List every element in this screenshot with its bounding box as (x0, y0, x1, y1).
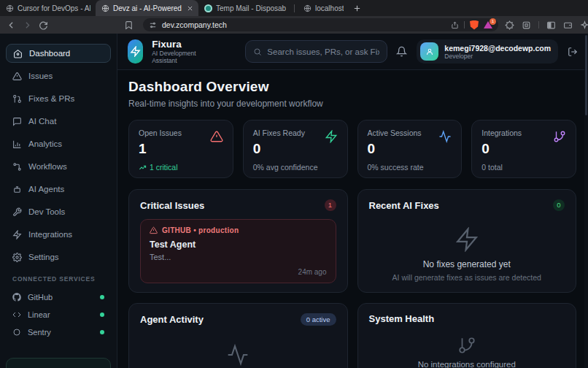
stat-card-integrations[interactable]: Integrations 0 0 total (471, 120, 576, 178)
sidebar-item-settings[interactable]: Settings (6, 248, 111, 267)
forward-icon[interactable] (23, 20, 32, 30)
back-icon[interactable] (7, 20, 16, 30)
split-view-icon[interactable] (546, 20, 556, 30)
sidebar-item-analytics[interactable]: Analytics (6, 134, 111, 153)
address-bar[interactable]: dev.zcompany.tech 1 (143, 18, 498, 31)
tab-title: Temp Mail - Disposable Temporary (216, 4, 286, 12)
status-dot (100, 313, 104, 317)
zap-icon (325, 130, 338, 143)
connected-services-label: CONNECTED SERVICES (12, 275, 111, 283)
service-label: Linear (28, 310, 50, 319)
tempmail-favicon-icon (204, 4, 212, 12)
sidebar-item-ai-agents[interactable]: AI Agents (6, 180, 111, 199)
global-search[interactable] (245, 40, 387, 63)
sidebar-item-workflows[interactable]: Workflows (6, 157, 111, 176)
critical-issues-panel: Critical Issues 1 GITHUB • production Te… (128, 189, 348, 293)
sidebar-item-issues[interactable]: Issues (6, 66, 111, 85)
brave-shield-icon[interactable] (470, 20, 479, 30)
extension-box-icon[interactable] (522, 20, 531, 30)
bookmark-sidebar-icon[interactable] (124, 20, 134, 30)
browser-tab[interactable]: Temp Mail - Disposable Temporary (198, 0, 291, 16)
url-text[interactable]: dev.zcompany.tech (162, 20, 446, 29)
sidebar-item-label: Dev Tools (28, 207, 65, 216)
share-icon[interactable] (451, 21, 459, 29)
tab-divider (294, 4, 295, 12)
service-sentry[interactable]: Sentry (6, 323, 111, 341)
sidebar-item-label: Workflows (28, 162, 67, 171)
user-menu[interactable]: kemegi7928@decodewp.com Developer (417, 39, 558, 64)
panel-title: System Health (369, 313, 435, 324)
stat-card-ai-fixes[interactable]: AI Fixes Ready 0 0% avg confidence (243, 120, 348, 178)
reload-icon[interactable] (39, 20, 48, 30)
scrollbar[interactable] (584, 34, 588, 368)
service-github[interactable]: GitHub (6, 288, 111, 306)
git-pull-request-icon (12, 94, 22, 104)
workflow-icon (12, 162, 22, 172)
sidebar-item-label: Issues (28, 72, 53, 80)
code-icon (12, 310, 21, 319)
app-header: Fixura AI Development Assistant (117, 34, 588, 70)
browser-tab-active[interactable]: Devz ai - AI-Powered Develop (96, 0, 198, 16)
stat-card-active-sessions[interactable]: Active Sessions 0 0% success rate (357, 120, 463, 178)
extension-badge-icon[interactable] (505, 20, 514, 30)
wrench-icon (12, 207, 22, 217)
trending-up-icon (139, 164, 147, 172)
notifications-bell-icon[interactable] (396, 46, 407, 57)
header-actions: kemegi7928@decodewp.com Developer (396, 39, 578, 64)
zap-icon (12, 230, 22, 239)
globe-favicon-icon (303, 4, 312, 12)
browser-tab[interactable]: Cursor for DevOps - AI-Powered D (0, 0, 96, 16)
globe-favicon-icon (5, 4, 14, 12)
stat-value: 0 (368, 141, 452, 157)
github-icon (12, 293, 21, 302)
status-dot (100, 330, 104, 334)
issue-description: Test... (150, 253, 327, 261)
browser-window: Cursor for DevOps - AI-Powered D Devz ai… (0, 0, 588, 368)
toolbar-extensions-cluster (505, 20, 588, 30)
site-settings-icon[interactable] (149, 21, 157, 29)
empty-state: No integrations configured (369, 336, 565, 368)
leo-ai-icon[interactable] (580, 20, 588, 30)
search-icon (253, 47, 262, 56)
git-branch-icon (553, 130, 566, 143)
sidebar-item-dev-tools[interactable]: Dev Tools (6, 202, 111, 221)
sidebar-item-integrations[interactable]: Integrations (6, 225, 111, 244)
service-label: Sentry (28, 328, 51, 337)
critical-count-badge: 1 (325, 199, 336, 211)
tab-title: Cursor for DevOps - AI-Powered D (18, 4, 90, 12)
wallet-icon[interactable] (563, 20, 573, 30)
logout-icon[interactable] (568, 47, 578, 57)
sidebar-item-fixes-prs[interactable]: Fixes & PRs (6, 89, 111, 108)
stat-value: 1 (139, 141, 223, 157)
issue-card[interactable]: GITHUB • production Test Agent Test... 2… (140, 219, 336, 283)
panels-row-2: Agent Activity 0 active No agents runnin… (128, 303, 576, 368)
browser-tab[interactable]: localhost (298, 0, 349, 16)
tab-close-icon[interactable] (187, 5, 193, 12)
stat-footnote: 0% avg confidence (253, 163, 338, 172)
bot-icon (12, 185, 22, 194)
scrollbar-thumb[interactable] (585, 35, 587, 115)
sidebar-item-dashboard[interactable]: Dashboard (6, 44, 111, 63)
tab-title: localhost (315, 4, 344, 12)
stat-footnote: 0 total (481, 163, 566, 172)
panel-title: Critical Issues (140, 200, 204, 211)
search-input[interactable] (267, 47, 379, 56)
new-tab-button[interactable] (349, 0, 365, 16)
agent-activity-panel: Agent Activity 0 active No agents runnin… (128, 303, 348, 368)
app-name: Fixura (152, 39, 197, 50)
issue-title: Test Agent (150, 239, 327, 250)
stat-value: 0 (481, 141, 566, 157)
empty-subtitle: AI will generate fixes as issues are det… (392, 273, 541, 282)
sidebar-item-ai-chat[interactable]: AI Chat (6, 112, 111, 131)
avatar (420, 42, 438, 61)
stat-footnote: 0% success rate (368, 163, 452, 172)
sidebar-bottom-card (6, 358, 111, 368)
brave-rewards-icon[interactable]: 1 (484, 21, 492, 28)
service-linear[interactable]: Linear (6, 306, 111, 323)
divider (464, 21, 465, 28)
page-title: Dashboard Overview (128, 79, 576, 95)
alert-triangle-icon (210, 130, 223, 143)
gear-icon (12, 253, 22, 262)
sidebar-item-label: Integrations (28, 230, 72, 239)
stat-card-open-issues[interactable]: Open Issues 1 1 critical (128, 120, 233, 178)
